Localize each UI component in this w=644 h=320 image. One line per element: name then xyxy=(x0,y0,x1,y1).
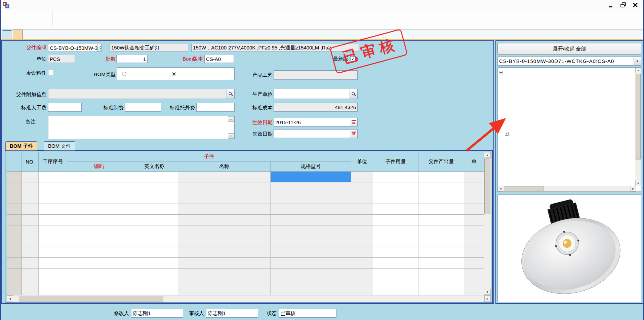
tree-node[interactable] xyxy=(498,68,635,77)
parent-code-field[interactable]: CS-BYB-O-150MW-3 xyxy=(48,44,102,52)
header-output[interactable]: 父件产出量 xyxy=(418,152,464,172)
toolbar-button[interactable] xyxy=(138,10,150,20)
tree-node[interactable] xyxy=(498,164,635,173)
lookup-button[interactable] xyxy=(227,89,234,99)
table-row[interactable] xyxy=(7,279,484,290)
header-spec[interactable]: 规格型号 xyxy=(271,162,351,172)
tree-node[interactable] xyxy=(498,138,635,147)
row-selector[interactable] xyxy=(7,236,22,247)
header-qty[interactable]: 子件用量 xyxy=(373,152,418,172)
toolbar-button[interactable] xyxy=(166,10,178,20)
tree-hscroll-thumb[interactable] xyxy=(504,186,544,191)
calendar-button[interactable]: 31 xyxy=(350,118,358,127)
toolbar-button[interactable] xyxy=(94,10,106,20)
row-selector[interactable] xyxy=(7,215,22,225)
header-seq[interactable]: 工序序号 xyxy=(39,152,67,172)
row-selector[interactable] xyxy=(7,182,22,193)
table-row[interactable] xyxy=(7,269,484,279)
toolbar-button[interactable] xyxy=(66,10,78,20)
table-row[interactable] xyxy=(7,215,484,225)
table-row[interactable] xyxy=(7,204,484,215)
header-code[interactable]: 编码 xyxy=(67,162,131,172)
toolbar-button[interactable] xyxy=(246,10,258,20)
row-selector[interactable] xyxy=(7,204,22,215)
outsource-cost-field[interactable] xyxy=(196,103,235,112)
scroll-up-icon[interactable]: ▲ xyxy=(228,116,234,122)
view-tab[interactable] xyxy=(2,30,12,39)
view-tab[interactable] xyxy=(13,30,23,39)
row-selector[interactable] xyxy=(7,172,22,182)
bom-version-field[interactable]: CS-A0 xyxy=(204,55,234,63)
header-no[interactable]: NO. xyxy=(22,152,39,172)
prod-unit-field[interactable] xyxy=(274,89,358,99)
tree-node[interactable] xyxy=(498,94,635,103)
toolbar-button[interactable] xyxy=(82,10,94,20)
labor-cost-field[interactable] xyxy=(48,103,82,112)
table-row[interactable] xyxy=(7,225,484,236)
header-unit[interactable]: 单位 xyxy=(351,152,373,172)
row-selector[interactable] xyxy=(7,279,22,290)
toolbar-button[interactable] xyxy=(38,10,50,20)
tab-bom-files[interactable]: BOM 文件 xyxy=(44,141,75,150)
tree-node[interactable] xyxy=(498,77,635,85)
row-selector[interactable] xyxy=(7,225,22,236)
row-selector[interactable] xyxy=(7,290,22,295)
tree-vscroll-thumb[interactable] xyxy=(636,74,641,159)
minimize-icon[interactable] xyxy=(608,2,614,8)
bom-version-dropdown[interactable]: CS-BYB-0-150MW-30D71-WCTKG-A0:CS-A0 xyxy=(497,57,641,66)
table-row[interactable] xyxy=(7,247,484,258)
close-icon[interactable] xyxy=(632,2,639,8)
table-row[interactable] xyxy=(7,193,484,204)
effective-date-field[interactable]: 2015-11-26 xyxy=(274,118,350,127)
scroll-right-icon[interactable]: ► xyxy=(484,295,491,302)
tree-expander-icon[interactable] xyxy=(505,132,509,136)
toolbar-button[interactable] xyxy=(150,10,162,20)
chevron-down-icon[interactable] xyxy=(634,57,641,65)
tree-node[interactable] xyxy=(498,85,635,94)
scroll-down-icon[interactable]: ▼ xyxy=(228,133,234,139)
row-selector[interactable] xyxy=(7,193,22,204)
expand-collapse-button[interactable]: 展开/收起 全部 xyxy=(497,43,641,55)
toolbar-button[interactable] xyxy=(14,10,26,20)
table-row[interactable] xyxy=(7,182,484,193)
header-name[interactable]: 名称 xyxy=(178,162,271,172)
bom-type-option[interactable] xyxy=(122,72,128,76)
tree-node[interactable] xyxy=(498,147,635,155)
expire-date-field[interactable] xyxy=(274,129,350,138)
table-row[interactable] xyxy=(7,258,484,269)
table-row[interactable] xyxy=(7,290,484,295)
bom-type-option[interactable] xyxy=(172,72,178,76)
table-hscrollbar[interactable]: ◄ ► xyxy=(7,295,491,302)
tree-node[interactable] xyxy=(498,112,635,120)
mfg-cost-field[interactable] xyxy=(125,103,161,112)
row-selector[interactable] xyxy=(7,269,22,279)
parent-extra-field[interactable] xyxy=(48,89,235,99)
restore-icon[interactable] xyxy=(620,2,627,8)
toolbar-button[interactable] xyxy=(122,10,134,20)
lookup-button[interactable] xyxy=(350,89,357,99)
header-en-name[interactable]: 英文名称 xyxy=(131,162,178,172)
toolbar-button[interactable] xyxy=(106,10,118,20)
header-extra[interactable]: 单 xyxy=(464,152,484,172)
table-vscroll-thumb[interactable] xyxy=(484,158,490,214)
toolbar-button[interactable] xyxy=(178,10,190,20)
toolbar-button[interactable] xyxy=(218,10,230,20)
batch-field[interactable]: 1 xyxy=(116,55,148,63)
toolbar-button[interactable] xyxy=(206,10,218,20)
tree-expander-icon[interactable] xyxy=(499,71,503,74)
tree-node[interactable] xyxy=(498,103,635,112)
toolbar-button[interactable] xyxy=(190,10,202,20)
toolbar-button[interactable] xyxy=(26,10,38,20)
virtual-part-checkbox[interactable] xyxy=(48,70,53,75)
lookup-button[interactable] xyxy=(97,44,102,51)
scroll-down-icon[interactable]: ▼ xyxy=(484,289,491,295)
tree-vscrollbar[interactable]: ▲ ▼ xyxy=(635,68,641,186)
table-row[interactable] xyxy=(7,172,484,182)
toolbar-button[interactable] xyxy=(54,10,66,20)
scroll-down-icon[interactable]: ▼ xyxy=(635,181,641,186)
scroll-right-icon[interactable]: ► xyxy=(631,186,636,191)
tree-node[interactable] xyxy=(498,155,635,164)
tree-node[interactable] xyxy=(498,129,635,138)
scroll-left-icon[interactable]: ◄ xyxy=(7,295,13,302)
remark-textarea[interactable]: ▲ ▼ xyxy=(48,116,235,139)
